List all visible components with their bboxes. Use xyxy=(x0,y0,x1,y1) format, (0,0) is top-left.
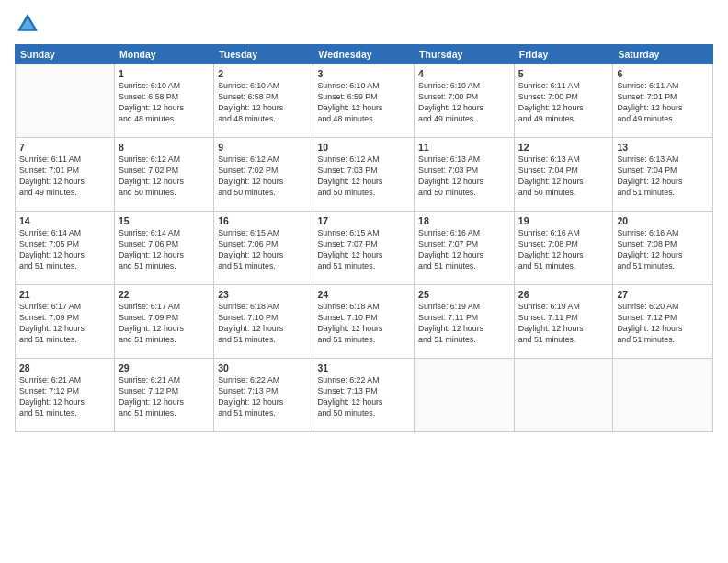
day-info: Sunrise: 6:19 AM Sunset: 7:11 PM Dayligh… xyxy=(518,302,609,346)
calendar-cell: 15Sunrise: 6:14 AM Sunset: 7:06 PM Dayli… xyxy=(115,212,214,285)
day-number: 10 xyxy=(317,141,410,154)
day-number: 20 xyxy=(617,214,709,227)
day-info: Sunrise: 6:16 AM Sunset: 7:08 PM Dayligh… xyxy=(518,228,609,272)
day-info: Sunrise: 6:10 AM Sunset: 7:00 PM Dayligh… xyxy=(418,81,510,125)
day-info: Sunrise: 6:21 AM Sunset: 7:12 PM Dayligh… xyxy=(19,375,110,419)
calendar-cell: 30Sunrise: 6:22 AM Sunset: 7:13 PM Dayli… xyxy=(214,359,313,432)
day-info: Sunrise: 6:10 AM Sunset: 6:58 PM Dayligh… xyxy=(218,81,309,125)
day-number: 28 xyxy=(19,362,110,374)
calendar-cell: 10Sunrise: 6:12 AM Sunset: 7:03 PM Dayli… xyxy=(313,138,415,212)
calendar-cell: 14Sunrise: 6:14 AM Sunset: 7:05 PM Dayli… xyxy=(16,212,115,285)
day-number: 22 xyxy=(119,288,210,301)
day-number: 15 xyxy=(119,214,210,227)
calendar-cell xyxy=(613,359,713,432)
calendar-cell xyxy=(16,64,115,138)
day-info: Sunrise: 6:12 AM Sunset: 7:03 PM Dayligh… xyxy=(317,155,410,199)
calendar-cell: 27Sunrise: 6:20 AM Sunset: 7:12 PM Dayli… xyxy=(613,285,713,359)
logo-icon xyxy=(15,11,40,37)
day-info: Sunrise: 6:17 AM Sunset: 7:09 PM Dayligh… xyxy=(19,302,110,346)
calendar-cell xyxy=(514,359,613,432)
calendar-cell: 4Sunrise: 6:10 AM Sunset: 7:00 PM Daylig… xyxy=(415,64,515,138)
page: SundayMondayTuesdayWednesdayThursdayFrid… xyxy=(0,0,728,563)
day-number: 23 xyxy=(218,288,309,301)
calendar-cell: 22Sunrise: 6:17 AM Sunset: 7:09 PM Dayli… xyxy=(115,285,214,359)
calendar-cell: 21Sunrise: 6:17 AM Sunset: 7:09 PM Dayli… xyxy=(16,285,115,359)
day-number: 29 xyxy=(119,362,210,374)
day-number: 4 xyxy=(418,67,510,80)
day-info: Sunrise: 6:15 AM Sunset: 7:06 PM Dayligh… xyxy=(218,228,309,272)
calendar-cell: 29Sunrise: 6:21 AM Sunset: 7:12 PM Dayli… xyxy=(115,359,214,432)
day-info: Sunrise: 6:11 AM Sunset: 7:01 PM Dayligh… xyxy=(617,81,709,125)
day-info: Sunrise: 6:22 AM Sunset: 7:13 PM Dayligh… xyxy=(218,375,309,419)
day-info: Sunrise: 6:14 AM Sunset: 7:06 PM Dayligh… xyxy=(119,228,210,272)
day-number: 8 xyxy=(119,141,210,154)
calendar-cell: 24Sunrise: 6:18 AM Sunset: 7:10 PM Dayli… xyxy=(313,285,415,359)
day-info: Sunrise: 6:13 AM Sunset: 7:04 PM Dayligh… xyxy=(617,155,709,199)
weekday-header-thursday: Thursday xyxy=(415,45,515,64)
day-info: Sunrise: 6:13 AM Sunset: 7:03 PM Dayligh… xyxy=(418,155,510,199)
day-info: Sunrise: 6:16 AM Sunset: 7:08 PM Dayligh… xyxy=(617,228,709,272)
calendar-cell: 31Sunrise: 6:22 AM Sunset: 7:13 PM Dayli… xyxy=(313,359,415,432)
calendar-cell: 23Sunrise: 6:18 AM Sunset: 7:10 PM Dayli… xyxy=(214,285,313,359)
day-number: 30 xyxy=(218,362,309,374)
day-number: 26 xyxy=(518,288,609,301)
day-number: 3 xyxy=(317,67,410,80)
day-info: Sunrise: 6:15 AM Sunset: 7:07 PM Dayligh… xyxy=(317,228,410,272)
calendar-cell: 26Sunrise: 6:19 AM Sunset: 7:11 PM Dayli… xyxy=(514,285,613,359)
day-number: 5 xyxy=(518,67,609,80)
calendar-cell: 2Sunrise: 6:10 AM Sunset: 6:58 PM Daylig… xyxy=(214,64,313,138)
calendar-cell: 8Sunrise: 6:12 AM Sunset: 7:02 PM Daylig… xyxy=(115,138,214,212)
day-number: 7 xyxy=(19,141,110,154)
day-info: Sunrise: 6:14 AM Sunset: 7:05 PM Dayligh… xyxy=(19,228,110,272)
weekday-header-wednesday: Wednesday xyxy=(313,45,415,64)
calendar-cell: 25Sunrise: 6:19 AM Sunset: 7:11 PM Dayli… xyxy=(415,285,515,359)
calendar-cell: 5Sunrise: 6:11 AM Sunset: 7:00 PM Daylig… xyxy=(514,64,613,138)
calendar-cell: 6Sunrise: 6:11 AM Sunset: 7:01 PM Daylig… xyxy=(613,64,713,138)
weekday-header-saturday: Saturday xyxy=(613,45,713,64)
day-info: Sunrise: 6:11 AM Sunset: 7:01 PM Dayligh… xyxy=(19,155,110,199)
calendar-cell xyxy=(415,359,515,432)
day-info: Sunrise: 6:21 AM Sunset: 7:12 PM Dayligh… xyxy=(119,375,210,419)
calendar-week-row: 1Sunrise: 6:10 AM Sunset: 6:58 PM Daylig… xyxy=(16,64,713,138)
calendar-cell: 19Sunrise: 6:16 AM Sunset: 7:08 PM Dayli… xyxy=(514,212,613,285)
calendar-week-row: 21Sunrise: 6:17 AM Sunset: 7:09 PM Dayli… xyxy=(16,285,713,359)
day-info: Sunrise: 6:18 AM Sunset: 7:10 PM Dayligh… xyxy=(218,302,309,346)
calendar-cell: 13Sunrise: 6:13 AM Sunset: 7:04 PM Dayli… xyxy=(613,138,713,212)
calendar-cell: 18Sunrise: 6:16 AM Sunset: 7:07 PM Dayli… xyxy=(415,212,515,285)
day-info: Sunrise: 6:12 AM Sunset: 7:02 PM Dayligh… xyxy=(218,155,309,199)
day-number: 9 xyxy=(218,141,309,154)
weekday-header-row: SundayMondayTuesdayWednesdayThursdayFrid… xyxy=(16,45,713,64)
calendar-cell: 20Sunrise: 6:16 AM Sunset: 7:08 PM Dayli… xyxy=(613,212,713,285)
calendar-week-row: 28Sunrise: 6:21 AM Sunset: 7:12 PM Dayli… xyxy=(16,359,713,432)
calendar-table: SundayMondayTuesdayWednesdayThursdayFrid… xyxy=(15,44,713,432)
day-info: Sunrise: 6:17 AM Sunset: 7:09 PM Dayligh… xyxy=(119,302,210,346)
calendar-cell: 16Sunrise: 6:15 AM Sunset: 7:06 PM Dayli… xyxy=(214,212,313,285)
header xyxy=(15,11,713,37)
day-number: 12 xyxy=(518,141,609,154)
day-number: 24 xyxy=(317,288,410,301)
calendar-cell: 28Sunrise: 6:21 AM Sunset: 7:12 PM Dayli… xyxy=(16,359,115,432)
calendar-cell: 9Sunrise: 6:12 AM Sunset: 7:02 PM Daylig… xyxy=(214,138,313,212)
calendar-week-row: 7Sunrise: 6:11 AM Sunset: 7:01 PM Daylig… xyxy=(16,138,713,212)
day-number: 2 xyxy=(218,67,309,80)
day-info: Sunrise: 6:13 AM Sunset: 7:04 PM Dayligh… xyxy=(518,155,609,199)
day-info: Sunrise: 6:19 AM Sunset: 7:11 PM Dayligh… xyxy=(418,302,510,346)
weekday-header-monday: Monday xyxy=(115,45,214,64)
day-info: Sunrise: 6:10 AM Sunset: 6:58 PM Dayligh… xyxy=(119,81,210,125)
day-number: 21 xyxy=(19,288,110,301)
calendar-cell: 17Sunrise: 6:15 AM Sunset: 7:07 PM Dayli… xyxy=(313,212,415,285)
weekday-header-friday: Friday xyxy=(514,45,613,64)
day-number: 1 xyxy=(119,67,210,80)
day-info: Sunrise: 6:12 AM Sunset: 7:02 PM Dayligh… xyxy=(119,155,210,199)
weekday-header-sunday: Sunday xyxy=(16,45,115,64)
calendar-week-row: 14Sunrise: 6:14 AM Sunset: 7:05 PM Dayli… xyxy=(16,212,713,285)
calendar-cell: 1Sunrise: 6:10 AM Sunset: 6:58 PM Daylig… xyxy=(115,64,214,138)
day-number: 18 xyxy=(418,214,510,227)
calendar-cell: 12Sunrise: 6:13 AM Sunset: 7:04 PM Dayli… xyxy=(514,138,613,212)
day-info: Sunrise: 6:18 AM Sunset: 7:10 PM Dayligh… xyxy=(317,302,410,346)
calendar-cell: 3Sunrise: 6:10 AM Sunset: 6:59 PM Daylig… xyxy=(313,64,415,138)
day-number: 17 xyxy=(317,214,410,227)
logo xyxy=(15,11,44,37)
weekday-header-tuesday: Tuesday xyxy=(214,45,313,64)
day-number: 11 xyxy=(418,141,510,154)
